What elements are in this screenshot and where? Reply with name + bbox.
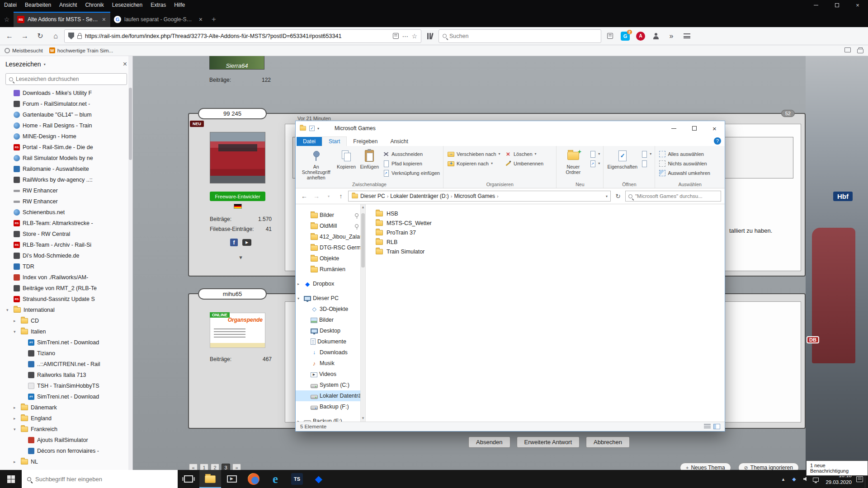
bookmark-item[interactable]: Gartenlaube "GL14" – blum — [0, 109, 132, 120]
url-input[interactable] — [85, 33, 390, 39]
bookmark-item[interactable]: Railworks Italia 713 — [0, 370, 132, 380]
menu-item[interactable]: Chronik — [81, 0, 108, 10]
copy-to-button[interactable]: Kopieren nach ▾ — [446, 159, 502, 168]
breadcrumb[interactable]: Dieser PC › Lokaler Datenträger (D:) › M… — [348, 191, 611, 202]
close-tab-icon[interactable]: × — [198, 16, 203, 23]
bookmark-item[interactable]: Store - RW Central — [0, 229, 132, 239]
sidebar-switcher-chevron-icon[interactable]: ▾ — [44, 62, 46, 66]
reload-button[interactable]: ↻ — [33, 29, 47, 43]
menu-hamburger-icon[interactable] — [680, 29, 693, 43]
bookmark-item[interactable]: TSH - TrainSimHobbyTS — [0, 380, 132, 391]
pin-quick-access-button[interactable]: An Schnellzugriff anheften — [298, 148, 334, 181]
bookmark-item[interactable]: RLB-Team: Altmarkstrecke - — [0, 218, 132, 229]
cut-button[interactable]: Ausschneiden — [382, 149, 441, 159]
bookmark-item[interactable]: International — [0, 305, 132, 315]
minimize-button[interactable] — [806, 0, 826, 10]
close-button[interactable]: × — [847, 0, 868, 10]
avatar-sierra64[interactable]: Sierra64 — [209, 56, 264, 70]
close-sidebar-icon[interactable]: × — [123, 60, 127, 68]
start-button[interactable] — [0, 470, 22, 488]
bookmark-train-sim[interactable]: W hochwertige Train Sim... — [49, 47, 113, 53]
back-button[interactable]: ← — [299, 192, 309, 200]
recent-locations-chevron-icon[interactable]: ▾ — [324, 194, 334, 198]
delete-button[interactable]: × Löschen ▾ — [504, 149, 553, 159]
bookmark-item[interactable]: Dänemark — [0, 402, 132, 413]
bookmark-item[interactable]: CD — [0, 315, 132, 326]
tracking-protection-shield-icon[interactable] — [68, 33, 74, 39]
bookmark-item[interactable]: NL — [0, 456, 132, 467]
lock-icon[interactable] — [77, 35, 82, 39]
printer-icon[interactable] — [857, 49, 863, 53]
avatar-organspende[interactable]: Organspende — [210, 313, 265, 348]
folder-chevron-icon[interactable] — [14, 460, 18, 464]
expand-chevron-icon[interactable] — [297, 296, 302, 300]
overflow-chevron-icon[interactable]: » — [665, 29, 678, 43]
taskbar-app-button[interactable] — [264, 470, 286, 488]
tray-dropbox-icon[interactable]: ◆ — [788, 470, 799, 488]
maximize-button[interactable] — [826, 0, 847, 10]
bookmark-item[interactable]: MINE-Design - Home — [0, 131, 132, 142]
explorer-nav-item[interactable]: Backup (F:) — [296, 416, 360, 422]
username-pill[interactable]: mihu65 — [198, 288, 267, 300]
ribbon-tab[interactable]: Start — [322, 136, 347, 146]
sidebar-scrollbar[interactable] — [128, 56, 132, 470]
folder-chevron-icon[interactable] — [14, 329, 18, 334]
bookmark-item[interactable]: Railomanie - Auswahlseite — [0, 164, 132, 174]
invert-selection-button[interactable]: Auswahl umkehren — [658, 168, 712, 178]
new-folder-button[interactable]: Neuer Ordner — [559, 148, 587, 181]
menu-item[interactable]: Lesezeichen — [108, 0, 146, 10]
refresh-button[interactable]: ↻ — [613, 192, 623, 200]
maximize-button[interactable] — [684, 121, 704, 136]
forward-button[interactable]: → — [311, 192, 321, 200]
cancel-button[interactable]: Abbrechen — [586, 436, 630, 448]
taskbar-app-button[interactable] — [178, 470, 199, 488]
folder-chevron-icon[interactable] — [14, 405, 18, 410]
expand-chevron-icon[interactable] — [297, 282, 302, 286]
ghostery-extension-icon[interactable]: G2 — [618, 29, 632, 43]
paste-button[interactable]: Einfügen — [359, 148, 380, 181]
bookmark-item[interactable]: Forum - RailSimulator.net - — [0, 99, 132, 109]
page-actions-icon[interactable]: ⋯ — [402, 33, 408, 40]
folder-chevron-icon[interactable] — [14, 416, 18, 421]
folder-chevron-icon[interactable] — [6, 308, 11, 312]
explorer-nav-item[interactable]: 412_Jibou_Zalau — [296, 231, 360, 242]
window-panel-icon[interactable] — [844, 47, 851, 52]
details-view-icon[interactable] — [704, 424, 711, 429]
file-item[interactable]: RLB — [376, 237, 725, 247]
thumbnails-view-icon[interactable] — [713, 424, 720, 429]
bookmark-item[interactable]: England — [0, 413, 132, 424]
bookmark-item[interactable]: Index von ./Railworks/AM- — [0, 272, 132, 283]
customize-toolbar-chevron-icon[interactable]: ▾ — [317, 127, 319, 131]
username-pill[interactable]: 99 245 — [198, 108, 267, 119]
tray-expand-chevron-icon[interactable]: ▴ — [778, 470, 788, 488]
navpane-scrollbar[interactable]: ▲ ▼ — [360, 204, 366, 422]
copy-path-button[interactable]: Pfad kopieren — [382, 159, 441, 168]
pagination-button[interactable]: » — [232, 464, 241, 470]
history-button[interactable] — [640, 159, 653, 168]
close-tab-icon[interactable]: × — [101, 16, 107, 23]
url-bar[interactable]: ⋯ ☆ — [64, 29, 421, 43]
back-button[interactable]: ← — [3, 29, 16, 43]
extended-reply-button[interactable]: Erweiterte Antwort — [517, 436, 580, 448]
breadcrumb-segment[interactable]: Microsoft Games › — [454, 193, 498, 199]
reader-mode-icon[interactable] — [393, 33, 399, 39]
library-icon[interactable] — [423, 29, 437, 43]
bookmark-item[interactable]: Beiträge von RMT_2 (RLB-Te — [0, 283, 132, 294]
bookmark-item[interactable]: Frankreich — [0, 424, 132, 435]
quick-access-check-icon[interactable]: ✓ — [309, 126, 315, 131]
open-button[interactable]: ▾ — [640, 149, 653, 159]
new-item-button[interactable]: ▾ — [588, 149, 601, 159]
explorer-nav-item[interactable]: Objekte — [296, 253, 360, 264]
menu-item[interactable]: Extras — [146, 0, 170, 10]
bookmark-item[interactable]: Rail Simulator Models by ne — [0, 153, 132, 164]
explorer-nav-item[interactable]: Dropbox — [296, 278, 360, 289]
home-button[interactable]: ⌂ — [49, 29, 62, 43]
breadcrumb-segment[interactable]: Lokaler Datenträger (D:) › — [390, 193, 452, 199]
submit-button[interactable]: Absenden — [468, 436, 510, 448]
properties-button[interactable]: Eigenschaften — [606, 148, 638, 181]
address-dropdown-chevron-icon[interactable]: ▾ — [606, 194, 608, 198]
browser-tab-active[interactable]: RS Alte Addons für MSTS - Seite 3 × — [14, 12, 110, 27]
pagination-button[interactable]: 3 — [222, 464, 230, 470]
bookmark-item[interactable]: RW Enhancer — [0, 196, 132, 207]
explorer-nav-item[interactable]: System (C:) — [296, 380, 360, 390]
